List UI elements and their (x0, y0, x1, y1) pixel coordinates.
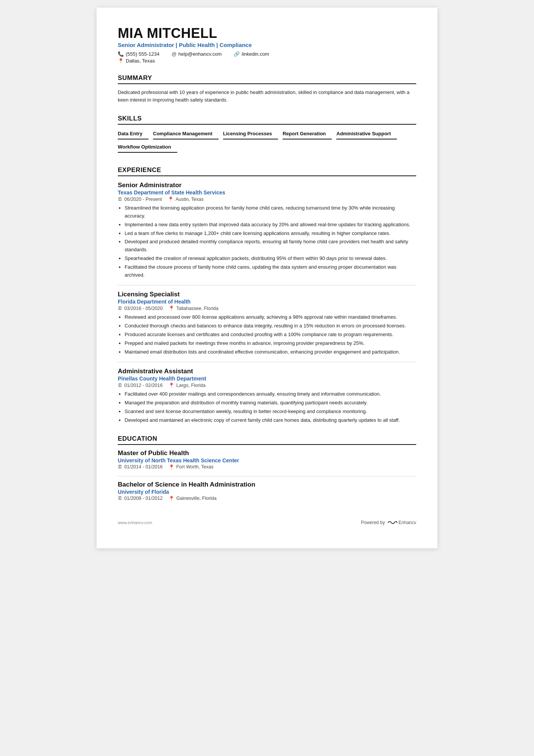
education-title: EDUCATION (118, 435, 416, 445)
location-pin-icon: 📍 (118, 58, 124, 64)
job-entry: Senior AdministratorTexas Department of … (118, 182, 416, 285)
skill-item: Licensing Processes (223, 129, 278, 139)
bullet-item: Facilitated the closure process of famil… (125, 263, 416, 279)
skills-section: SKILLS Data EntryCompliance ManagementLi… (118, 115, 416, 156)
job-location: 📍 Tallahassee, Florida (169, 305, 218, 311)
skill-item: Compliance Management (153, 129, 219, 139)
email-contact: @ help@enhancv.com (172, 51, 222, 57)
edu-entry: Bachelor of Science in Health Administra… (118, 481, 416, 501)
job-dates: 🗓 01/2012 - 02/2016 (118, 383, 162, 388)
bullet-item: Scanned and sent license documentation w… (125, 408, 416, 416)
summary-section: SUMMARY Dedicated professional with 10 y… (118, 74, 416, 105)
edu-meta: 🗓 01/2014 - 01/2016📍 Fort Worth, Texas (118, 464, 416, 470)
email-icon: @ (172, 51, 176, 57)
linkedin-url: linkedin.com (242, 51, 269, 57)
bullet-item: Prepped and mailed packets for meetings … (125, 340, 416, 347)
skills-title: SKILLS (118, 115, 416, 125)
footer-brand: Powered by Enhancv (361, 520, 416, 526)
bullet-item: Maintained email distribution lists and … (125, 348, 416, 356)
education-section: EDUCATION Master of Public HealthUnivers… (118, 435, 416, 501)
edu-dates: 🗓 01/2008 - 01/2012 (118, 496, 162, 501)
job-meta: 🗓 01/2012 - 02/2016📍 Largo, Florida (118, 382, 416, 388)
bullet-item: Facilitated over 400 provider mailings a… (125, 390, 416, 398)
job-location: 📍 Austin, Texas (168, 196, 203, 202)
location-icon: 📍 (168, 196, 174, 202)
skill-item: Workflow Optimization (118, 142, 177, 153)
bullet-item: Reviewed and processed over 800 license … (125, 313, 416, 321)
edu-school: University of North Texas Health Science… (118, 457, 416, 463)
contact-row: 📞 (555) 555-1234 @ help@enhancv.com 🔗 li… (118, 51, 416, 57)
job-divider (118, 362, 416, 362)
location-icon: 📍 (169, 305, 175, 311)
enhancv-logo-svg (387, 520, 398, 526)
edu-degree: Master of Public Health (118, 449, 416, 457)
enhancv-logo: Enhancv (387, 520, 416, 526)
job-meta: 🗓 03/2016 - 05/2020📍 Tallahassee, Florid… (118, 305, 416, 311)
email-address: help@enhancv.com (178, 51, 222, 57)
job-title: Administrative Assistant (118, 368, 416, 375)
job-company: Florida Department of Health (118, 299, 416, 305)
edu-meta: 🗓 01/2008 - 01/2012📍 Gainesville, Florid… (118, 496, 416, 501)
experience-title: EXPERIENCE (118, 166, 416, 176)
edu-container: Master of Public HealthUniversity of Nor… (118, 449, 416, 501)
job-title: Senior Administrator (118, 182, 416, 189)
job-meta: 🗓 06/2020 - Present📍 Austin, Texas (118, 196, 416, 202)
job-company: Texas Department of State Health Service… (118, 189, 416, 196)
job-bullets: Reviewed and processed over 800 license … (118, 313, 416, 356)
bullet-item: Developed and maintained an electronic c… (125, 416, 416, 424)
calendar-icon: 🗓 (118, 306, 123, 311)
jobs-container: Senior AdministratorTexas Department of … (118, 182, 416, 424)
location-icon: 📍 (169, 464, 175, 470)
header: MIA MITCHELL Senior Administrator | Publ… (118, 26, 416, 64)
phone-number: (555) 555-1234 (126, 51, 159, 57)
footer-website: www.enhancv.com (118, 520, 152, 525)
job-dates: 🗓 06/2020 - Present (118, 197, 162, 202)
phone-icon: 📞 (118, 51, 124, 57)
job-bullets: Facilitated over 400 provider mailings a… (118, 390, 416, 424)
skill-item: Administrative Support (336, 129, 397, 139)
job-title: Licensing Specialist (118, 291, 416, 298)
calendar-icon: 🗓 (118, 197, 123, 202)
powered-by-text: Powered by (361, 520, 385, 525)
bullet-item: Streamlined the licensing application pr… (125, 204, 416, 220)
linkedin-contact: 🔗 linkedin.com (234, 51, 269, 57)
job-bullets: Streamlined the licensing application pr… (118, 204, 416, 279)
edu-divider (118, 476, 416, 476)
edu-degree: Bachelor of Science in Health Administra… (118, 481, 416, 488)
edu-location: 📍 Fort Worth, Texas (169, 464, 213, 470)
candidate-title: Senior Administrator | Public Health | C… (118, 42, 416, 48)
location-icon: 📍 (169, 382, 175, 388)
link-icon: 🔗 (234, 51, 240, 57)
job-entry: Administrative AssistantPinellas County … (118, 368, 416, 424)
edu-school: University of Florida (118, 489, 416, 495)
candidate-name: MIA MITCHELL (118, 26, 416, 41)
summary-title: SUMMARY (118, 74, 416, 84)
skills-list: Data EntryCompliance ManagementLicensing… (118, 129, 416, 156)
job-entry: Licensing SpecialistFlorida Department o… (118, 291, 416, 362)
job-location: 📍 Largo, Florida (169, 382, 205, 388)
location-text: Dallas, Texas (126, 58, 155, 64)
bullet-item: Produced accurate licenses and certifica… (125, 331, 416, 339)
resume-footer: www.enhancv.com Powered by Enhancv (118, 520, 416, 526)
bullet-item: Conducted thorough checks and balances t… (125, 322, 416, 330)
bullet-item: Implemented a new data entry system that… (125, 221, 416, 229)
bullet-item: Spearheaded the creation of renewal appl… (125, 255, 416, 263)
phone-contact: 📞 (555) 555-1234 (118, 51, 159, 57)
edu-entry: Master of Public HealthUniversity of Nor… (118, 449, 416, 476)
calendar-icon: 🗓 (118, 496, 123, 501)
bullet-item: Led a team of five clerks to manage 1,20… (125, 230, 416, 238)
location-icon: 📍 (169, 496, 175, 501)
location-row: 📍 Dallas, Texas (118, 58, 416, 64)
job-company: Pinellas County Health Department (118, 376, 416, 382)
calendar-icon: 🗓 (118, 383, 123, 388)
calendar-icon: 🗓 (118, 464, 123, 470)
bullet-item: Developed and produced detailed monthly … (125, 238, 416, 254)
summary-text: Dedicated professional with 10 years of … (118, 89, 416, 105)
resume-page: MIA MITCHELL Senior Administrator | Publ… (97, 8, 437, 548)
enhancv-brand-name: Enhancv (398, 520, 416, 525)
edu-location: 📍 Gainesville, Florida (169, 496, 216, 501)
experience-section: EXPERIENCE Senior AdministratorTexas Dep… (118, 166, 416, 424)
skill-item: Data Entry (118, 129, 148, 139)
job-divider (118, 285, 416, 285)
job-dates: 🗓 03/2016 - 05/2020 (118, 306, 162, 311)
